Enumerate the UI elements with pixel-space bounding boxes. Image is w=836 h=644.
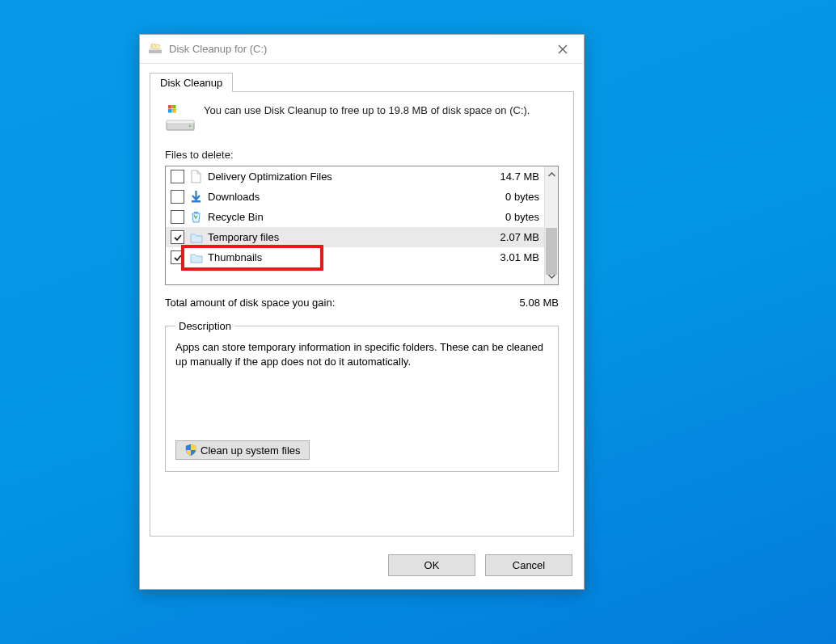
cancel-button[interactable]: Cancel	[485, 554, 572, 576]
file-checkbox[interactable]	[171, 170, 184, 183]
file-name: Thumbnails	[208, 251, 476, 263]
file-list: Delivery Optimization Files14.7 MBDownlo…	[165, 166, 559, 285]
file-size: 14.7 MB	[476, 170, 539, 183]
total-label: Total amount of disk space you gain:	[165, 297, 494, 309]
file-name: Temporary files	[208, 231, 476, 243]
dialog-button-row: OK Cancel	[140, 546, 584, 589]
svg-rect-3	[167, 120, 194, 124]
clean-up-system-files-button[interactable]: Clean up system files	[175, 440, 310, 460]
file-checkbox[interactable]	[171, 250, 184, 264]
drive-icon	[165, 103, 196, 134]
file-checkbox[interactable]	[171, 210, 184, 224]
description-text: Apps can store temporary information in …	[175, 340, 548, 427]
file-row[interactable]: Thumbnails3.01 MB	[166, 247, 544, 267]
close-button[interactable]	[545, 37, 581, 61]
svg-rect-10	[194, 212, 198, 213]
file-row[interactable]: Temporary files2.07 MB	[166, 227, 544, 247]
file-list-scrollbar[interactable]	[544, 166, 558, 284]
info-text: You can use Disk Cleanup to free up to 1…	[204, 103, 530, 118]
ok-button[interactable]: OK	[388, 554, 475, 576]
file-size: 2.07 MB	[476, 231, 539, 243]
svg-rect-7	[168, 109, 172, 113]
window-title: Disk Cleanup for (C:)	[169, 43, 545, 55]
file-size: 0 bytes	[476, 211, 539, 223]
titlebar: Disk Cleanup for (C:)	[140, 35, 584, 64]
total-row: Total amount of disk space you gain: 5.0…	[165, 297, 559, 309]
total-value: 5.08 MB	[494, 297, 559, 309]
tab-strip: Disk Cleanup	[140, 72, 584, 91]
svg-point-4	[189, 125, 192, 128]
scroll-thumb[interactable]	[546, 228, 557, 275]
file-row[interactable]: Recycle Bin0 bytes	[166, 207, 544, 227]
scroll-track[interactable]	[545, 183, 558, 268]
files-to-delete-label: Files to delete:	[165, 149, 559, 161]
description-legend: Description	[175, 320, 234, 332]
clean-button-label: Clean up system files	[201, 444, 301, 457]
svg-rect-9	[192, 200, 201, 203]
tab-disk-cleanup[interactable]: Disk Cleanup	[150, 73, 233, 92]
disk-cleanup-window: Disk Cleanup for (C:) Disk Cleanup	[139, 34, 585, 590]
svg-rect-6	[172, 105, 176, 109]
folder-icon	[189, 250, 203, 264]
file-row[interactable]: Downloads0 bytes	[166, 187, 544, 207]
svg-rect-8	[172, 109, 176, 113]
file-icon	[189, 170, 203, 183]
recycle-icon	[189, 210, 203, 224]
info-row: You can use Disk Cleanup to free up to 1…	[165, 103, 559, 134]
file-name: Downloads	[208, 191, 476, 203]
file-name: Delivery Optimization Files	[208, 170, 476, 183]
description-group: Description Apps can store temporary inf…	[165, 320, 559, 472]
file-size: 0 bytes	[476, 191, 539, 203]
file-checkbox[interactable]	[171, 230, 184, 244]
folder-icon	[189, 230, 203, 244]
client-area: Disk Cleanup	[140, 64, 584, 589]
file-size: 3.01 MB	[476, 251, 539, 263]
scroll-up-button[interactable]	[545, 166, 558, 183]
file-checkbox[interactable]	[171, 190, 184, 204]
svg-rect-5	[168, 105, 172, 109]
disk-cleanup-icon	[148, 42, 163, 57]
shield-icon	[184, 444, 197, 457]
file-row[interactable]: Delivery Optimization Files14.7 MB	[166, 166, 544, 187]
download-icon	[189, 190, 203, 204]
tab-panel: You can use Disk Cleanup to free up to 1…	[150, 91, 574, 537]
file-name: Recycle Bin	[208, 211, 476, 223]
